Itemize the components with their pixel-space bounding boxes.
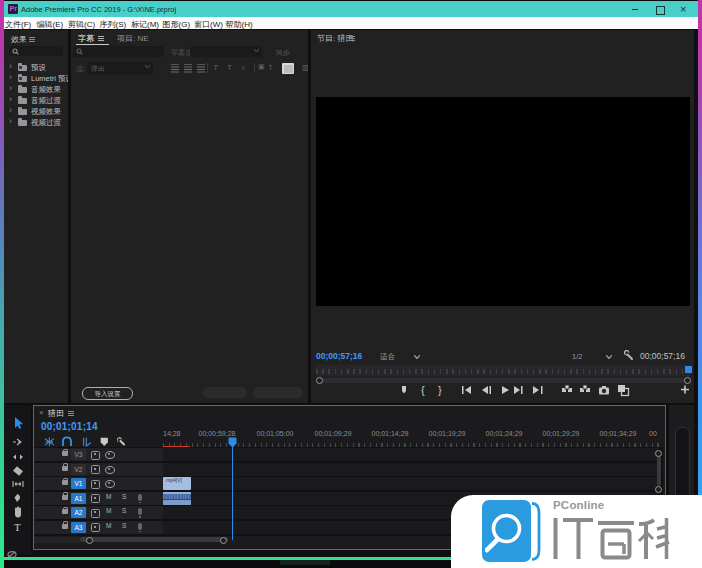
svg-text:}: }	[438, 384, 442, 396]
svg-text:{: {	[421, 384, 425, 396]
svg-text:T: T	[14, 521, 21, 532]
